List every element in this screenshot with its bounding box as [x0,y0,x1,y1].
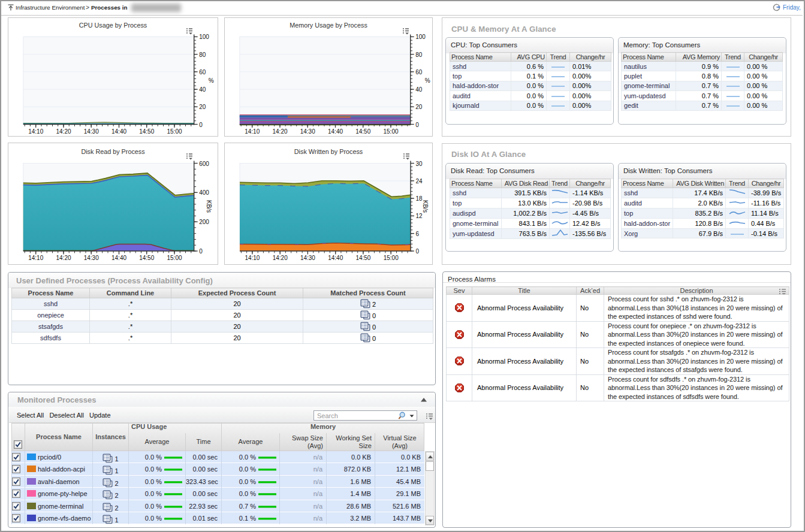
svg-text:%: % [425,77,430,84]
svg-text:%: % [209,77,214,84]
svg-text:20: 20 [415,104,423,110]
svg-text:14:10: 14:10 [28,128,43,135]
svg-text:14:10: 14:10 [245,128,260,135]
svg-text:14:50: 14:50 [355,128,370,135]
svg-text:24: 24 [416,178,423,185]
svg-text:KB/s: KB/s [422,200,429,213]
svg-text:100: 100 [415,34,426,40]
svg-text:18: 18 [416,195,423,202]
svg-text:15:00: 15:00 [384,255,399,261]
svg-text:KB/s: KB/s [206,200,212,213]
svg-text:14:40: 14:40 [111,128,126,135]
svg-text:60: 60 [199,69,206,75]
svg-text:14:10: 14:10 [28,255,43,261]
svg-text:14:20: 14:20 [273,255,288,261]
svg-text:14:30: 14:30 [84,128,99,135]
svg-text:0: 0 [415,122,419,128]
svg-text:200: 200 [199,219,209,225]
svg-text:14:20: 14:20 [56,255,71,261]
svg-text:0: 0 [416,248,420,255]
svg-text:600: 600 [199,161,209,167]
svg-text:14:50: 14:50 [139,255,154,261]
svg-text:14:40: 14:40 [328,128,343,135]
svg-text:14:10: 14:10 [245,255,260,261]
svg-text:12: 12 [416,213,423,219]
svg-text:14:30: 14:30 [84,255,99,261]
svg-text:40: 40 [199,86,206,93]
svg-text:15:00: 15:00 [383,128,398,135]
svg-text:60: 60 [415,69,423,75]
svg-text:6: 6 [416,231,420,237]
svg-text:30: 30 [416,161,423,167]
svg-text:14:20: 14:20 [272,128,287,135]
svg-text:14:20: 14:20 [56,128,71,135]
svg-text:15:00: 15:00 [167,255,182,261]
svg-text:40: 40 [415,86,423,93]
svg-text:14:50: 14:50 [139,128,154,135]
svg-text:20: 20 [199,104,206,110]
svg-text:0: 0 [199,122,203,128]
svg-text:14:40: 14:40 [111,255,126,261]
svg-text:100: 100 [199,34,209,40]
svg-text:0: 0 [199,248,203,255]
svg-text:400: 400 [199,189,209,196]
svg-text:14:40: 14:40 [328,255,343,261]
svg-text:80: 80 [415,52,423,58]
svg-text:14:30: 14:30 [300,255,315,261]
svg-text:14:30: 14:30 [300,128,315,135]
svg-text:15:00: 15:00 [167,128,182,135]
svg-text:80: 80 [199,52,206,58]
svg-text:14:50: 14:50 [355,255,370,261]
